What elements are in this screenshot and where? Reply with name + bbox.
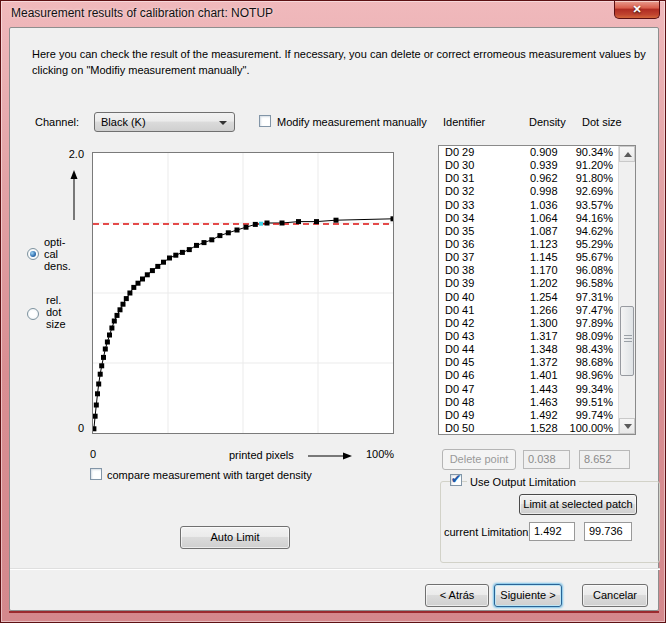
list-cell: 0.998 bbox=[530, 185, 558, 198]
list-cell: 1.064 bbox=[530, 212, 558, 225]
calibration-curve-chart[interactable] bbox=[92, 152, 394, 434]
list-item[interactable]: D0 331.03693.57% bbox=[439, 199, 635, 212]
list-cell: 1.492 bbox=[530, 409, 558, 422]
scrollbar-thumb[interactable] bbox=[620, 306, 634, 376]
list-item[interactable]: D0 391.20296.58% bbox=[439, 277, 635, 290]
list-cell: 1.202 bbox=[530, 277, 558, 290]
list-item[interactable]: D0 441.34898.43% bbox=[439, 343, 635, 356]
list-cell: 99.74% bbox=[576, 409, 613, 422]
delete-density-field[interactable]: 0.038 bbox=[523, 450, 570, 469]
list-cell: D0 46 bbox=[445, 369, 474, 382]
list-item[interactable]: D0 351.08794.62% bbox=[439, 225, 635, 238]
measurement-list[interactable]: D0 290.90990.34%D0 300.93991.20%D0 310.9… bbox=[438, 145, 636, 435]
next-button[interactable]: Siguiente > bbox=[494, 584, 562, 607]
use-output-limitation-checkbox[interactable]: ✔ bbox=[450, 474, 462, 486]
list-item[interactable]: D0 300.93991.20% bbox=[439, 159, 635, 172]
list-item[interactable]: D0 501.528100.00% bbox=[439, 422, 635, 435]
list-item[interactable]: D0 401.25497.31% bbox=[439, 291, 635, 304]
intro-text-line1: Here you can check the result of the mea… bbox=[32, 48, 646, 60]
list-item[interactable]: D0 381.17096.08% bbox=[439, 264, 635, 277]
list-cell: 99.51% bbox=[576, 396, 613, 409]
close-icon[interactable]: ✕ bbox=[614, 1, 660, 19]
y-axis-min-label: 0 bbox=[62, 422, 84, 434]
radio-selected-dot bbox=[30, 251, 36, 257]
scroll-grip-icon bbox=[624, 338, 632, 339]
auto-limit-button[interactable]: Auto Limit bbox=[180, 526, 290, 549]
list-cell: 99.34% bbox=[576, 383, 613, 396]
intro-text-line2: clicking on "Modifiy measurement manuall… bbox=[32, 64, 250, 76]
checkmark-icon: ✔ bbox=[451, 472, 461, 486]
list-cell: 96.58% bbox=[576, 277, 613, 290]
list-cell: D0 47 bbox=[445, 383, 474, 396]
y-axis-max-label: 2.0 bbox=[58, 148, 84, 160]
list-cell: 98.68% bbox=[576, 356, 613, 369]
list-cell: D0 42 bbox=[445, 317, 474, 330]
list-cell: 98.09% bbox=[576, 330, 613, 343]
list-item[interactable]: D0 310.96291.80% bbox=[439, 172, 635, 185]
title-bar[interactable]: Measurement results of calibration chart… bbox=[1, 1, 665, 27]
list-item[interactable]: D0 451.37298.68% bbox=[439, 356, 635, 369]
window-title: Measurement results of calibration chart… bbox=[11, 6, 273, 20]
list-cell: 95.67% bbox=[576, 251, 613, 264]
list-scrollbar[interactable] bbox=[618, 146, 635, 434]
list-item[interactable]: D0 421.30097.89% bbox=[439, 317, 635, 330]
list-item[interactable]: D0 481.46399.51% bbox=[439, 396, 635, 409]
list-cell: 1.170 bbox=[530, 264, 558, 277]
list-item[interactable]: D0 431.31798.09% bbox=[439, 330, 635, 343]
compare-target-checkbox[interactable] bbox=[90, 468, 102, 480]
list-item[interactable]: D0 411.26697.47% bbox=[439, 304, 635, 317]
list-cell: D0 40 bbox=[445, 291, 474, 304]
back-button[interactable]: < Atrás bbox=[425, 584, 489, 607]
delete-dotsize-field[interactable]: 8.652 bbox=[579, 450, 630, 469]
list-cell: 95.29% bbox=[576, 238, 613, 251]
limit-at-selected-patch-button[interactable]: Limit at selected patch bbox=[519, 494, 637, 515]
list-cell: 1.348 bbox=[530, 343, 558, 356]
list-cell: 97.47% bbox=[576, 304, 613, 317]
list-item[interactable]: D0 491.49299.74% bbox=[439, 409, 635, 422]
column-header-identifier: Identifier bbox=[443, 116, 485, 128]
rel-dot-size-label: rel. dot size bbox=[46, 294, 66, 330]
list-cell: 1.087 bbox=[530, 225, 558, 238]
channel-select[interactable]: Black (K) bbox=[94, 112, 235, 132]
scroll-down-button[interactable] bbox=[619, 418, 635, 434]
list-cell: D0 39 bbox=[445, 277, 474, 290]
list-cell: 0.939 bbox=[530, 159, 558, 172]
list-item[interactable]: D0 290.90990.34% bbox=[439, 146, 635, 159]
list-cell: 91.80% bbox=[576, 172, 613, 185]
scroll-up-button[interactable] bbox=[619, 146, 635, 162]
list-item[interactable]: D0 320.99892.69% bbox=[439, 185, 635, 198]
current-limitation-dotsize-field[interactable]: 99.736 bbox=[584, 522, 632, 541]
list-cell: D0 29 bbox=[445, 146, 474, 159]
list-cell: 1.123 bbox=[530, 238, 558, 251]
list-item[interactable]: D0 461.40198.96% bbox=[439, 369, 635, 382]
list-cell: D0 34 bbox=[445, 212, 474, 225]
list-cell: D0 32 bbox=[445, 185, 474, 198]
delete-point-button[interactable]: Delete point bbox=[442, 449, 516, 470]
chevron-down-icon bbox=[219, 121, 227, 125]
list-item[interactable]: D0 341.06494.16% bbox=[439, 212, 635, 225]
current-limitation-density-field[interactable]: 1.492 bbox=[529, 522, 575, 541]
channel-selected-value: Black (K) bbox=[101, 116, 146, 128]
cancel-button[interactable]: Cancelar bbox=[582, 584, 648, 607]
list-cell: D0 35 bbox=[445, 225, 474, 238]
measurement-rows: D0 290.90990.34%D0 300.93991.20%D0 310.9… bbox=[439, 146, 635, 435]
list-cell: 98.96% bbox=[576, 369, 613, 382]
list-cell: 1.266 bbox=[530, 304, 558, 317]
x-axis-max-label: 100% bbox=[366, 448, 394, 460]
list-cell: 97.89% bbox=[576, 317, 613, 330]
list-cell: D0 48 bbox=[445, 396, 474, 409]
optical-density-label: opti- cal dens. bbox=[44, 236, 71, 272]
modify-measurement-checkbox[interactable] bbox=[259, 115, 271, 127]
optical-density-radio[interactable] bbox=[27, 248, 39, 260]
list-item[interactable]: D0 471.44399.34% bbox=[439, 383, 635, 396]
list-cell: D0 30 bbox=[445, 159, 474, 172]
rel-dot-size-radio[interactable] bbox=[27, 308, 39, 320]
arrow-up-icon bbox=[624, 152, 632, 157]
list-item[interactable]: D0 361.12395.29% bbox=[439, 238, 635, 251]
list-item[interactable]: D0 371.14595.67% bbox=[439, 251, 635, 264]
list-cell: D0 38 bbox=[445, 264, 474, 277]
list-cell: 92.69% bbox=[576, 185, 613, 198]
channel-label: Channel: bbox=[35, 116, 79, 128]
list-cell: D0 43 bbox=[445, 330, 474, 343]
list-cell: 1.036 bbox=[530, 199, 558, 212]
